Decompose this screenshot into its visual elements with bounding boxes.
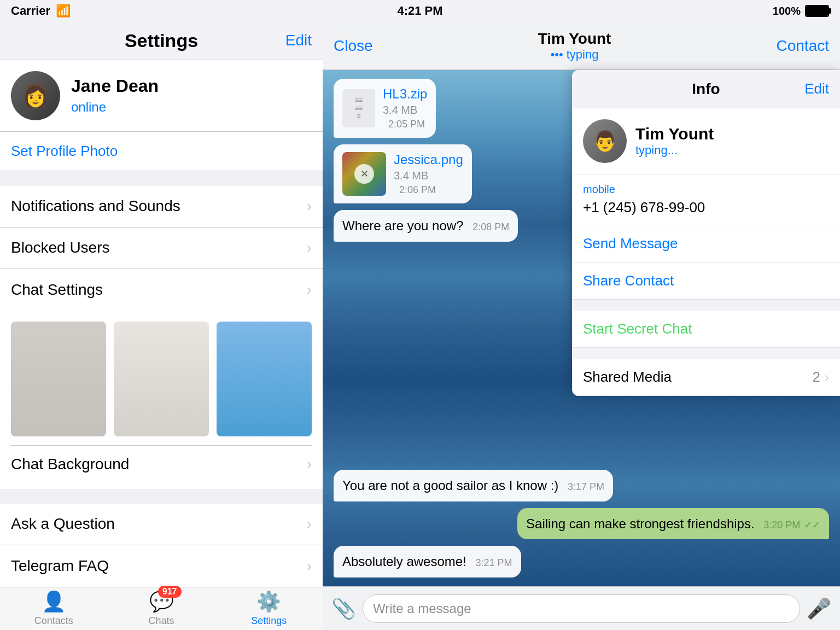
chat-nav-bar: Close Tim Yount ••• typing Contact [323, 22, 840, 70]
info-profile-section: 👨 Tim Yount typing... [572, 108, 840, 174]
telegram-faq-row[interactable]: Telegram FAQ › [0, 545, 323, 587]
chat-contact-info: Tim Yount ••• typing [538, 30, 611, 62]
section-separator-1 [0, 171, 323, 186]
image-file-info: Jessica.png 3.4 MB 2:06 PM [394, 152, 463, 196]
info-phone-section: mobile +1 (245) 678-99-00 [572, 174, 840, 225]
telegram-faq-label: Telegram FAQ [11, 557, 109, 575]
info-edit-button[interactable]: Edit [804, 80, 829, 97]
message-input-placeholder: Write a message [373, 601, 471, 616]
send-message-label: Send Message [583, 235, 678, 252]
typing-dots-icon: ••• [551, 48, 563, 62]
file-name: HL3.zip [383, 86, 427, 102]
wifi-icon: 📶 [56, 4, 71, 18]
msg-text: Where are you now? [342, 218, 463, 233]
chats-badge: 917 [158, 586, 182, 598]
typing-label: typing [567, 48, 599, 62]
mic-button[interactable]: 🎤 [807, 597, 831, 620]
shared-media-chevron-icon: › [825, 370, 829, 385]
settings-nav-bar: Settings Edit [0, 22, 323, 60]
list-item: Absolutely awesome! 3:21 PM [334, 546, 521, 578]
image-loading-overlay: ✕ [342, 152, 386, 196]
tab-settings[interactable]: ⚙️ Settings [215, 590, 323, 627]
profile-name: Jane Dean [71, 76, 159, 96]
tab-chats[interactable]: 💬 917 Chats [108, 590, 215, 627]
chat-panel: Close Tim Yount ••• typing Contact ≡≡≡≡≡ [323, 22, 840, 630]
info-contact-name: Tim Yount [635, 125, 714, 143]
main-layout: Settings Edit 👩 Jane Dean online Set Pro… [0, 22, 840, 630]
chat-background-label: Chat Background [11, 456, 129, 473]
image-file-size: 3.4 MB [394, 170, 463, 182]
msg-text: You are not a good sailor as I know :) [342, 478, 558, 493]
msg-time: 3:20 PM [763, 520, 800, 530]
blocked-users-row[interactable]: Blocked Users › [0, 228, 323, 269]
set-photo-row[interactable]: Set Profile Photo [0, 132, 323, 171]
tab-bar: 👤 Contacts 💬 917 Chats ⚙️ Settings [0, 587, 323, 630]
image-msg-time: 2:06 PM [399, 184, 463, 196]
info-avatar: 👨 [583, 119, 627, 163]
phone-label: mobile [583, 183, 829, 196]
carrier-label: Carrier [11, 4, 50, 18]
chat-settings-row[interactable]: Chat Settings › [0, 269, 323, 311]
shared-media-right: 2 › [813, 369, 829, 386]
file-msg-time: 2:05 PM [388, 119, 427, 130]
shared-media-row[interactable]: Shared Media 2 › [572, 359, 840, 396]
list-item: ✕ Jessica.png 3.4 MB 2:06 PM [334, 144, 472, 203]
contacts-icon: 👤 [42, 590, 66, 613]
tab-contacts[interactable]: 👤 Contacts [0, 590, 108, 627]
cancel-download-button[interactable]: ✕ [354, 164, 374, 184]
settings-title: Settings [125, 30, 198, 51]
info-user-details: Tim Yount typing... [635, 125, 714, 158]
contact-button[interactable]: Contact [777, 37, 830, 55]
settings-edit-button[interactable]: Edit [285, 32, 312, 49]
ask-question-row[interactable]: Ask a Question › [0, 504, 323, 545]
chats-icon-wrap: 💬 917 [149, 590, 174, 613]
attach-button[interactable]: 📎 [331, 597, 356, 620]
avatar[interactable]: 👩 [11, 71, 60, 120]
msg-time: 3:21 PM [475, 557, 512, 568]
bg-thumb-light[interactable] [114, 322, 209, 436]
start-secret-chat-label: Start Secret Chat [583, 320, 692, 337]
image-file-name: Jessica.png [394, 152, 463, 167]
ask-question-chevron-icon: › [307, 515, 312, 533]
ask-question-label: Ask a Question [11, 515, 115, 533]
start-secret-chat-row[interactable]: Start Secret Chat [572, 311, 840, 348]
bg-thumb-gray[interactable] [11, 322, 106, 436]
chat-input-bar: 📎 Write a message 🎤 [323, 586, 840, 630]
settings-tab-icon: ⚙️ [256, 590, 281, 613]
chat-background-chevron-icon: › [307, 456, 312, 473]
bg-thumb-blue[interactable] [217, 322, 312, 436]
settings-group: Notifications and Sounds › Blocked Users… [0, 186, 323, 311]
send-message-row[interactable]: Send Message [572, 225, 840, 262]
faq-group: Ask a Question › Telegram FAQ › [0, 504, 323, 587]
msg-text: Absolutely awesome! [342, 554, 466, 569]
chat-bg-thumbs [11, 322, 312, 436]
status-bar-left: Carrier 📶 [11, 4, 71, 18]
msg-time: 3:17 PM [568, 481, 604, 492]
notifications-label: Notifications and Sounds [11, 197, 180, 215]
info-panel: Info Edit 👨 Tim Yount typing... mobile +… [572, 70, 840, 396]
message-input[interactable]: Write a message [363, 594, 800, 623]
info-contact-status: typing... [635, 143, 714, 158]
profile-status: online [71, 100, 159, 115]
list-item: Sailing can make strongest friendships. … [517, 508, 829, 540]
list-item: You are not a good sailor as I know :) 3… [334, 470, 613, 501]
msg-time: 2:08 PM [472, 221, 509, 232]
status-bar: Carrier 📶 4:21 PM 100% [0, 0, 840, 22]
image-thumbnail: ✕ [342, 152, 386, 196]
profile-info: Jane Dean online [71, 76, 159, 115]
info-nav-bar: Info Edit [572, 70, 840, 108]
msg-checkmarks-icon: ✓✓ [804, 520, 820, 530]
battery-label: 100% [773, 5, 801, 18]
status-bar-right: 100% [773, 5, 829, 18]
close-button[interactable]: Close [334, 37, 373, 55]
shared-media-label: Shared Media [583, 369, 672, 386]
chat-typing-status: ••• typing [538, 48, 611, 62]
section-separator-2 [0, 489, 323, 504]
avatar-image: 👩 [11, 71, 60, 120]
share-contact-row[interactable]: Share Contact [572, 262, 840, 300]
info-title: Info [692, 80, 720, 98]
blocked-users-label: Blocked Users [11, 239, 110, 256]
chat-background-row[interactable]: Chat Background › [11, 445, 312, 478]
notifications-row[interactable]: Notifications and Sounds › [0, 186, 323, 228]
profile-section: 👩 Jane Dean online [0, 60, 323, 132]
